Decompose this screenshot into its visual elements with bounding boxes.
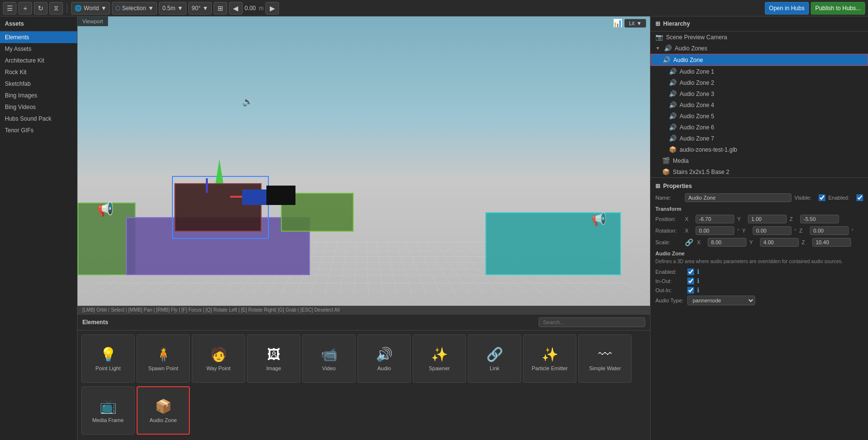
scale-z-input[interactable] [812, 238, 851, 247]
rot-z-input[interactable] [810, 226, 849, 235]
grid-button[interactable]: ⊞ [214, 2, 227, 15]
element-icon-point-light: 💡 [100, 346, 117, 362]
asset-item-my-assets[interactable]: My Assets [0, 43, 77, 55]
hierarchy-list: 📷Scene Preview Camera▼🔊Audio Zones🔊Audio… [651, 31, 868, 177]
scale-x-input[interactable] [708, 238, 746, 247]
az-inout-label: In-Out: [655, 278, 684, 284]
pos-x-input[interactable] [696, 215, 734, 223]
asset-item-rock-kit[interactable]: Rock Kit [0, 66, 77, 78]
element-item-particle-emitter[interactable]: ✨Particle Emitter [523, 334, 576, 383]
az-enabled-checkbox[interactable] [687, 268, 694, 275]
asset-item-bing-images[interactable]: Bing Images [0, 90, 77, 101]
element-item-audio-zone[interactable]: 📦Audio Zone [137, 386, 190, 435]
hier-icon: 📷 [655, 33, 663, 41]
lit-dropdown[interactable]: Lit ▼ [624, 19, 646, 28]
pos-y-label: Y [737, 216, 745, 222]
az-audiotype-select[interactable]: pannernodestereo [687, 296, 755, 305]
hier-icon: 🔊 [663, 56, 670, 63]
hamburger-button[interactable]: ☰ [3, 2, 16, 15]
element-label-media-frame: Media Frame [93, 417, 124, 423]
hier-icon: 🔊 [669, 68, 677, 75]
viewport: Viewport 📊 Lit ▼ [78, 16, 650, 314]
position-value: 0.00 [245, 5, 256, 12]
rot-y-input[interactable] [753, 226, 791, 235]
world-chevron: ▼ [101, 5, 107, 12]
screen-blue [242, 189, 266, 205]
blue-z-arrow [206, 178, 208, 193]
element-item-video[interactable]: 📹Video [302, 334, 356, 383]
az-outin-info-icon[interactable]: ℹ [697, 286, 699, 294]
pos-y-input[interactable] [748, 215, 787, 223]
asset-item-architecture-kit[interactable]: Architecture Kit [0, 55, 77, 66]
hierarchy-header: ⊞ Hierarchy [651, 16, 868, 31]
audio-zone-section: Audio Zone Defines a 3D area where audio… [655, 251, 863, 305]
asset-item-bing-videos[interactable]: Bing Videos [0, 101, 77, 113]
scale-y-label: Y [749, 239, 757, 245]
rot-x-input[interactable] [696, 226, 734, 235]
element-item-way-point[interactable]: 🧑Way Point [192, 334, 245, 383]
hierarchy-item-audio-zone-2[interactable]: 🔊Audio Zone 2 [651, 77, 868, 88]
az-outin-checkbox[interactable] [687, 287, 694, 294]
scene3d[interactable]: 📢 📢 🔊 [78, 16, 650, 314]
hier-label: audio-zones-test-1.glb [680, 146, 737, 153]
element-item-spawn-point[interactable]: 🧍Spawn Point [137, 334, 190, 383]
toolbar: ☰ + ↻ ⧖ 🌐 World ▼ ⬡ Selection ▼ 0.5m ▼ 9… [0, 0, 868, 16]
hierarchy-item-scene-preview-camera[interactable]: 📷Scene Preview Camera [651, 31, 868, 43]
element-item-image[interactable]: 🖼Image [247, 334, 300, 383]
hierarchy-item-stairs-2x2x1-5-base-2[interactable]: 📦Stairs 2x2x1.5 Base 2 [651, 166, 868, 177]
hier-icon: 🔊 [669, 101, 677, 109]
element-item-simple-water[interactable]: 〰Simple Water [578, 334, 632, 383]
asset-item-sketchfab[interactable]: Sketchfab [0, 78, 77, 90]
enabled-label: Enabled: [828, 195, 853, 201]
angle-dropdown[interactable]: 90° ▼ [188, 2, 212, 15]
open-hubs-button[interactable]: Open in Hubs [765, 2, 809, 15]
name-input[interactable] [685, 193, 791, 202]
asset-item-elements[interactable]: Elements [0, 31, 77, 43]
az-enabled-info-icon[interactable]: ℹ [697, 268, 699, 275]
selection-dropdown[interactable]: ⬡ Selection ▼ [112, 2, 157, 15]
hierarchy-item-audio-zone-7[interactable]: 🔊Audio Zone 7 [651, 133, 868, 144]
sound-icon-right: 📢 [591, 212, 606, 227]
az-inout-checkbox[interactable] [687, 278, 694, 284]
world-dropdown[interactable]: 🌐 World ▼ [71, 2, 110, 15]
hierarchy-item-media[interactable]: 🎬Media [651, 155, 868, 166]
hier-label: Audio Zone 4 [680, 102, 714, 109]
hier-icon: 🔊 [664, 45, 672, 52]
snap-dropdown[interactable]: 0.5m ▼ [159, 2, 186, 15]
az-inout-info-icon[interactable]: ℹ [697, 277, 699, 284]
hierarchy-item-audio-zone-5[interactable]: 🔊Audio Zone 5 [651, 110, 868, 122]
expand-arrow[interactable]: ▼ [655, 46, 660, 51]
scale-y-input[interactable] [760, 238, 799, 247]
pos-z-input[interactable] [800, 215, 839, 223]
search-input[interactable] [539, 317, 645, 327]
publish-button[interactable]: Publish to Hubs... [811, 2, 865, 15]
elements-panel: Elements 💡Point Light🧍Spawn Point🧑Way Po… [78, 314, 650, 440]
element-item-audio[interactable]: 🔊Audio [357, 334, 411, 383]
element-item-media-frame[interactable]: 📺Media Frame [81, 386, 135, 435]
element-item-link[interactable]: 🔗Link [468, 334, 521, 383]
hierarchy-item-audio-zone[interactable]: 🔊Audio Zone [651, 54, 868, 66]
asset-item-hubs-sound-pack[interactable]: Hubs Sound Pack [0, 113, 77, 125]
hierarchy-item-audio-zones[interactable]: ▼🔊Audio Zones [651, 43, 868, 54]
hierarchy-item-audio-zones-test-1-glb[interactable]: 📦audio-zones-test-1.glb [651, 144, 868, 155]
hier-label: Audio Zones [675, 45, 707, 52]
refresh-button[interactable]: ↻ [34, 2, 47, 15]
hierarchy-item-audio-zone-6[interactable]: 🔊Audio Zone 6 [651, 122, 868, 133]
stats-icon: 📊 [613, 18, 622, 28]
element-item-point-light[interactable]: 💡Point Light [81, 334, 135, 383]
az-section-title: Audio Zone [655, 251, 863, 256]
hierarchy-item-audio-zone-3[interactable]: 🔊Audio Zone 3 [651, 88, 868, 99]
visible-checkbox[interactable] [819, 194, 825, 201]
next-pos-button[interactable]: ▶ [265, 2, 279, 15]
snap-label: 0.5m [162, 5, 175, 12]
selection-label: Selection [122, 5, 146, 12]
hierarchy-item-audio-zone-4[interactable]: 🔊Audio Zone 4 [651, 99, 868, 110]
hierarchy-item-audio-zone-1[interactable]: 🔊Audio Zone 1 [651, 66, 868, 77]
prev-pos-button[interactable]: ◀ [229, 2, 243, 15]
history-button[interactable]: ⧖ [49, 2, 63, 15]
asset-item-tenor-gifs[interactable]: Tenor GIFs [0, 125, 77, 136]
screen-dark [266, 186, 295, 205]
enabled-checkbox[interactable] [856, 194, 863, 201]
add-button[interactable]: + [18, 2, 32, 15]
element-item-spawner[interactable]: ✨Spawner [413, 334, 466, 383]
